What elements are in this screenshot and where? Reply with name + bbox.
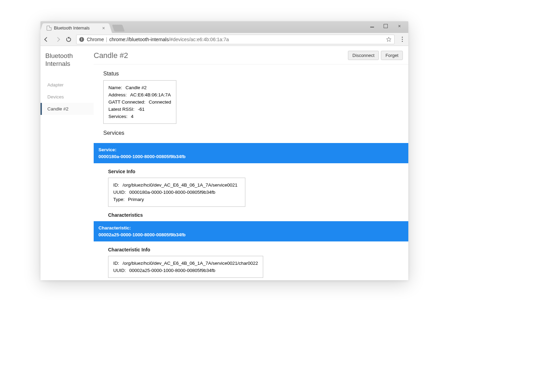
omnibox[interactable]: i Chrome | chrome://bluetooth-internals/… (76, 35, 395, 44)
status-row: GATT Connected:Connected (108, 98, 171, 106)
services-section: Services (94, 130, 408, 143)
forget-button[interactable]: Forget (381, 51, 403, 60)
sidebar: Bluetooth Internals Adapter Devices Cand… (40, 46, 94, 280)
info-row: UUID:0000180a-0000-1000-8000-00805f9b34f… (113, 189, 240, 196)
sidebar-item-devices[interactable]: Devices (45, 91, 94, 103)
service-block: Service: 0000180a-0000-1000-8000-00805f9… (94, 143, 408, 280)
content: Bluetooth Internals Adapter Devices Cand… (40, 46, 408, 280)
main-header: Candle #2 Disconnect Forget (94, 51, 408, 64)
new-tab-button[interactable] (112, 25, 125, 32)
status-row: Latest RSSI:-61 (108, 106, 171, 113)
header-actions: Disconnect Forget (348, 51, 403, 60)
status-section: Status Name:Candle #2 Address:AC:E6:4B:0… (94, 71, 408, 130)
characteristic-band[interactable]: Characteristic: 00002a25-0000-1000-8000-… (94, 221, 408, 241)
reload-button[interactable] (65, 36, 72, 43)
window-controls: × (365, 21, 406, 31)
characteristics-heading: Characteristics (108, 212, 408, 218)
sidebar-item-adapter[interactable]: Adapter (45, 79, 94, 91)
browser-window: Bluetooth Internals × × i Chrome | chrom… (40, 21, 408, 280)
characteristic-info-section: Characteristic Info ID:/org/bluez/hci0/d… (103, 241, 408, 278)
disconnect-button[interactable]: Disconnect (348, 51, 379, 60)
status-heading: Status (103, 71, 408, 77)
window-close-icon[interactable]: × (393, 21, 406, 31)
sidebar-item-candle2[interactable]: Candle #2 (40, 103, 94, 115)
properties-section: Properties (103, 278, 408, 280)
tab-bluetooth-internals[interactable]: Bluetooth Internals × (43, 23, 108, 33)
characteristic-info-heading: Characteristic Info (108, 247, 408, 252)
service-info-box: ID:/org/bluez/hci0/dev_AC_E6_4B_06_1A_7A… (108, 178, 245, 207)
status-row: Address:AC:E6:4B:06:1A:7A (108, 91, 171, 98)
svg-marker-0 (386, 37, 391, 41)
main: Candle #2 Disconnect Forget Status Name:… (94, 46, 408, 280)
bookmark-star-icon[interactable] (386, 37, 392, 42)
info-row: Type:Primary (113, 196, 240, 203)
service-band[interactable]: Service: 0000180a-0000-1000-8000-00805f9… (94, 143, 408, 163)
close-icon[interactable]: × (102, 25, 105, 31)
sidebar-title: Bluetooth Internals (45, 52, 94, 68)
status-row: Services:4 (108, 113, 171, 120)
menu-icon[interactable] (399, 37, 406, 42)
tab-title: Bluetooth Internals (54, 26, 100, 31)
status-box: Name:Candle #2 Address:AC:E6:4B:06:1A:7A… (103, 80, 176, 124)
minimize-icon[interactable] (365, 21, 379, 31)
characteristic-info-box: ID:/org/bluez/hci0/dev_AC_E6_4B_06_1A_7A… (108, 256, 263, 278)
toolbar: i Chrome | chrome://bluetooth-internals/… (40, 33, 408, 46)
tab-strip: Bluetooth Internals × × (40, 21, 408, 33)
maximize-icon[interactable] (379, 21, 393, 31)
page-icon (47, 26, 51, 31)
services-heading: Services (103, 130, 408, 136)
forward-button[interactable] (54, 36, 61, 43)
url-path: chrome://bluetooth-internals/#devices/ac… (109, 37, 229, 42)
service-info-section: Service Info ID:/org/bluez/hci0/dev_AC_E… (103, 163, 408, 207)
url-scheme: Chrome (87, 37, 104, 42)
info-row: UUID:00002a25-0000-1000-8000-00805f9b34f… (113, 267, 258, 274)
characteristics-section: Characteristics (103, 207, 408, 218)
service-info-heading: Service Info (108, 169, 408, 174)
page-title: Candle #2 (94, 51, 128, 60)
info-row: ID:/org/bluez/hci0/dev_AC_E6_4B_06_1A_7A… (113, 260, 258, 267)
info-row: ID:/org/bluez/hci0/dev_AC_E6_4B_06_1A_7A… (113, 181, 240, 189)
site-info-icon[interactable]: i (79, 37, 84, 42)
status-row: Name:Candle #2 (108, 84, 171, 91)
back-button[interactable] (43, 36, 50, 43)
